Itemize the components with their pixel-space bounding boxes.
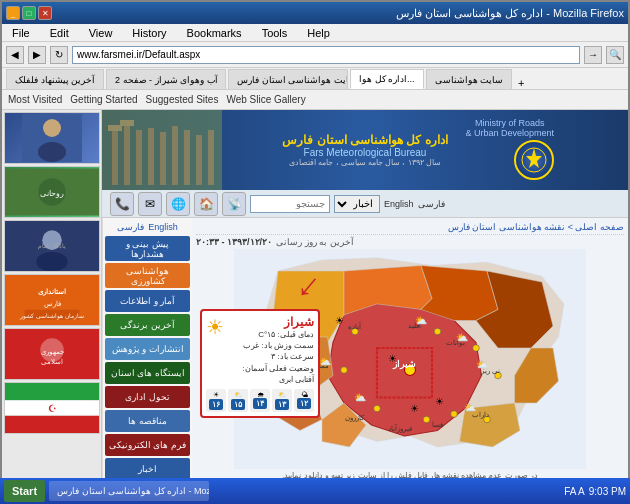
- svg-text:☀: ☀: [435, 396, 444, 407]
- nav-icon-globe[interactable]: 🌐: [166, 192, 190, 216]
- svg-rect-29: [172, 126, 178, 185]
- svg-point-43: [473, 345, 480, 352]
- start-button[interactable]: Start: [4, 480, 45, 502]
- nav-item-6[interactable]: تحول اداری: [105, 386, 190, 408]
- nav-icon-home[interactable]: 🏠: [194, 192, 218, 216]
- window-controls: _ □ ✕: [6, 6, 52, 20]
- weather-sun-icon: ☀: [206, 315, 224, 339]
- header-title-en: Ministry of Roads & Urban Development: [465, 118, 554, 138]
- back-button[interactable]: ◀: [6, 46, 24, 64]
- forecast-day-0: 🌤 ۱۲: [294, 389, 314, 412]
- nav-item-3[interactable]: آخرین برندگی: [105, 314, 190, 336]
- map-date-label: آخرین به روز رسانی: [276, 237, 354, 247]
- nav-item-5[interactable]: ایستگاه های اسنان: [105, 362, 190, 384]
- svg-text:استانداری: استانداری: [38, 288, 66, 296]
- bookmark-0[interactable]: Most Visited: [8, 94, 62, 105]
- minimize-button[interactable]: _: [6, 6, 20, 20]
- svg-rect-19: [5, 383, 99, 401]
- search-go-button[interactable]: 🔍: [606, 46, 624, 64]
- svg-rect-27: [148, 128, 154, 185]
- nav-lang-en[interactable]: English: [384, 199, 414, 209]
- tab-1[interactable]: آب وهوای شیراز - صفحه 2: [106, 69, 226, 89]
- nav-item-2[interactable]: آمار و اطلاعات: [105, 290, 190, 312]
- menu-help[interactable]: Help: [301, 25, 336, 41]
- svg-text:آباده: آباده: [348, 321, 362, 330]
- nav-item-0[interactable]: پیش بینی و هشدارها: [105, 236, 190, 261]
- close-button[interactable]: ✕: [38, 6, 52, 20]
- map-date-value: ۱۳۹۳/۱۲/۲۰ - ۲۰:۳۳: [196, 237, 272, 247]
- menu-edit[interactable]: Edit: [44, 25, 75, 41]
- maximize-button[interactable]: □: [22, 6, 36, 20]
- svg-text:کازرون: کازرون: [345, 414, 365, 422]
- nav-lang-fa[interactable]: فارسی: [418, 199, 445, 209]
- address-bar: ◀ ▶ ↻ → 🔍: [2, 42, 628, 68]
- nav-item-9[interactable]: اخبار: [105, 458, 190, 480]
- svg-text:☪: ☪: [48, 403, 57, 414]
- nav-search-area: فارسی English اخبار: [250, 195, 445, 213]
- forecast-day-4: ☀ ۱۶: [206, 389, 226, 412]
- svg-text:⛅: ⛅: [415, 314, 428, 327]
- bookmark-1[interactable]: Getting Started: [70, 94, 137, 105]
- site-header: Ministry of Roads & Urban Development اد…: [102, 110, 628, 190]
- weather-temp-line: دمای قبلی: ۱۵°C: [228, 329, 314, 340]
- svg-point-47: [451, 411, 458, 418]
- nav-item-1[interactable]: هواشناسی کشاورزی: [105, 263, 190, 288]
- svg-text:⛅: ⛅: [476, 358, 489, 371]
- header-subtitle: Fars Meteorological Bureau: [282, 147, 447, 158]
- svg-text:☀: ☀: [388, 353, 397, 364]
- nav-category-select[interactable]: اخبار: [334, 195, 380, 213]
- svg-point-2: [38, 142, 66, 162]
- svg-rect-28: [160, 132, 166, 185]
- svg-text:☀: ☀: [410, 403, 419, 414]
- menu-history[interactable]: History: [126, 25, 172, 41]
- address-input[interactable]: [72, 46, 580, 64]
- nav-icon-phone[interactable]: 📞: [110, 192, 134, 216]
- tab-0[interactable]: آخرین پیشنهاد فلفلک: [6, 69, 104, 89]
- iran-map-container: شیراز آباده اقلید بوانات: [196, 249, 624, 469]
- sidebar-image-4: جمهوری اسلامی: [4, 328, 100, 380]
- lang-en[interactable]: English: [148, 222, 178, 232]
- map-area: صفحه اصلی > نقشه هواشناسی استان فارس آخر…: [192, 218, 628, 482]
- header-org-logo: [514, 140, 554, 180]
- nav-item-8[interactable]: فرم های الکترونیکی: [105, 434, 190, 456]
- svg-rect-32: [208, 130, 214, 185]
- menu-file[interactable]: File: [6, 25, 36, 41]
- bookmark-3[interactable]: Web Slice Gallery: [226, 94, 305, 105]
- tab-4[interactable]: سایت هواشناسی: [426, 69, 513, 89]
- nav-item-4[interactable]: انتشارات و پژوهش: [105, 338, 190, 360]
- tabs-bar: آخرین پیشنهاد فلفلک آب وهوای شیراز - صفح…: [2, 68, 628, 90]
- nav-icon-mail[interactable]: ✉: [138, 192, 162, 216]
- nav-search-input[interactable]: [250, 195, 330, 213]
- svg-rect-33: [108, 125, 122, 131]
- go-button[interactable]: →: [584, 46, 602, 64]
- header-title-fa: اداره کل هواشناسی استان فارس: [282, 133, 447, 147]
- tab-2[interactable]: سایت هواشناسی استان فارس - Google Search: [228, 69, 348, 89]
- nav-item-7[interactable]: مناقصه ها: [105, 410, 190, 432]
- menu-tools[interactable]: Tools: [256, 25, 294, 41]
- taskbar-time: 9:03 PM: [589, 486, 626, 497]
- svg-point-53: [374, 405, 381, 412]
- svg-rect-34: [120, 120, 134, 126]
- svg-point-51: [423, 416, 430, 423]
- svg-rect-26: [136, 130, 142, 185]
- weather-detail-box: شیراز دمای قبلی: ۱۵°C سمت وزش باد: غرب س…: [200, 309, 320, 418]
- reload-button[interactable]: ↻: [50, 46, 68, 64]
- bookmark-2[interactable]: Suggested Sites: [146, 94, 219, 105]
- forward-button[interactable]: ▶: [28, 46, 46, 64]
- nav-icon-rss[interactable]: 📡: [222, 192, 246, 216]
- svg-point-8: [36, 252, 67, 272]
- content-body: صفحه اصلی > نقشه هواشناسی استان فارس آخر…: [102, 218, 628, 482]
- new-tab-button[interactable]: +: [518, 77, 524, 89]
- menu-view[interactable]: View: [83, 25, 119, 41]
- svg-text:☀: ☀: [335, 315, 344, 326]
- left-sidebar: روحانی یادگار امام استانداری فارس سازمان: [2, 110, 102, 482]
- taskbar: Start اداره کل هواشناسی استان فارس - Moz…: [0, 478, 630, 504]
- browser-content: روحانی یادگار امام استانداری فارس سازمان: [2, 110, 628, 482]
- menu-bookmarks[interactable]: Bookmarks: [181, 25, 248, 41]
- svg-text:فیروزآباد: فیروزآباد: [388, 423, 412, 433]
- header-bg-image: [102, 110, 222, 190]
- tab-3[interactable]: اداره کل هوا...: [350, 69, 424, 89]
- forecast-day-3: ⛅ ۱۵: [228, 389, 248, 412]
- lang-fa[interactable]: فارسی: [117, 222, 144, 232]
- taskbar-open-window[interactable]: اداره کل هواشناسی استان فارس - Mozilla F…: [49, 481, 209, 501]
